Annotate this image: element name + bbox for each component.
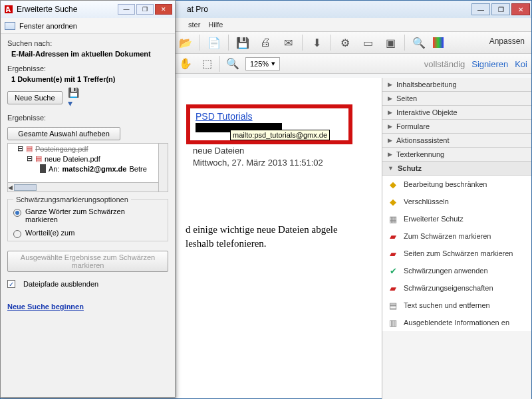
panel-texterkennung[interactable]: ▶Texterkennung <box>382 148 531 162</box>
panel-label: Formulare <box>396 122 430 130</box>
mail-icon[interactable]: ✉ <box>279 34 297 51</box>
results-tree[interactable]: ⊟▤Posteingang.pdf ⊟▤neue Dateien.pdf ✕An… <box>7 143 168 192</box>
zoom-value: 125% <box>250 60 269 68</box>
search-close-button[interactable]: ✕ <box>155 4 172 15</box>
new-search-link[interactable]: Neue Suche beginnen <box>7 303 168 311</box>
panel-formulare[interactable]: ▶Formulare <box>382 120 531 134</box>
mailto-tooltip: mailto:psd_tutorials@gmx.de <box>230 130 330 140</box>
menu-item-hilfe[interactable]: Hilfe <box>208 21 223 29</box>
tree-item[interactable]: ⊟▤neue Dateien.pdf <box>8 154 168 164</box>
search-query: E-Mail-Adressen im aktuellen Dokument <box>11 50 168 58</box>
panel-inhalt[interactable]: ▶Inhaltsbearbeitung <box>382 78 531 92</box>
panel-label: Texterkennung <box>396 150 444 158</box>
item-anwenden[interactable]: ✔Schwärzungen anwenden <box>382 262 531 279</box>
panel-schutz[interactable]: ▼Schutz <box>382 162 531 176</box>
item-verschluesseln[interactable]: ◆Verschlüsseln <box>382 193 531 210</box>
panel-aktionen[interactable]: ▶Aktionsassistent <box>382 134 531 148</box>
acrobat-icon <box>3 4 14 15</box>
tab-signieren[interactable]: Signieren <box>471 59 508 69</box>
radio-label: Ganze Wörter zum Schwärzen markieren <box>25 207 138 223</box>
item-ausgeblendet[interactable]: ▥Ausgeblendete Informationen en <box>382 314 531 331</box>
tools-panel: ▶Inhaltsbearbeitung ▶Seiten ▶Interaktive… <box>382 78 531 399</box>
save-icon[interactable]: 💾 <box>234 34 251 51</box>
chevron-right-icon: ▶ <box>388 151 392 158</box>
chevron-right-icon: ▶ <box>388 81 392 88</box>
chevron-right-icon: ▶ <box>388 109 392 116</box>
print-icon[interactable]: 🖨 <box>257 34 274 51</box>
ergebnisse-label-2: Ergebnisse: <box>7 114 168 122</box>
select-icon[interactable]: ⬚ <box>198 55 215 72</box>
page-icon[interactable]: ▭ <box>359 34 376 51</box>
doc-date: Mittwoch, 27. März 2013 11:51:02 <box>193 158 323 168</box>
item-label: Ausgeblendete Informationen en <box>404 319 509 327</box>
panel-seiten[interactable]: ▶Seiten <box>382 92 531 106</box>
group-title: Schwärzungsmarkierungsoptionen <box>13 196 131 203</box>
panel-label: Seiten <box>396 94 417 102</box>
radio-wortteile[interactable]: Wortteil(e) zum <box>13 229 162 238</box>
chevron-right-icon: ▶ <box>388 95 392 102</box>
search-titlebar[interactable]: Erweiterte Suche — ❐ ✕ <box>1 1 175 18</box>
customize-menu[interactable]: Anpassen <box>489 37 525 46</box>
ergebnisse-label: Ergebnisse: <box>7 65 168 72</box>
redact-page-icon: ▰ <box>388 248 398 259</box>
zoom-combo[interactable]: 125%▾ <box>245 57 280 70</box>
app-title-suffix: at Pro <box>187 5 208 14</box>
document-view[interactable]: PSD Tutorials mailto:psd_tutorials@gmx.d… <box>177 78 383 398</box>
main-maximize-button[interactable]: ❐ <box>491 3 510 15</box>
redaction-options-group: Schwärzungsmarkierungsoptionen Ganze Wör… <box>7 199 168 241</box>
tree-item[interactable]: ⊟▤Posteingang.pdf <box>8 144 168 154</box>
doc-body: d einige wichtige neue Dateien abgele le… <box>186 223 385 251</box>
search-maximize-button[interactable]: ❐ <box>136 4 154 15</box>
arrange-windows-row[interactable]: Fenster anordnen <box>1 18 175 34</box>
hit-suffix: Betre <box>129 165 146 173</box>
hide-paths-check[interactable]: ✓ Dateipfade ausblenden <box>7 280 168 288</box>
arrange-icon <box>5 22 15 30</box>
hidden-info-icon: ▥ <box>388 317 398 328</box>
schutz-subpanel: ◆Bearbeitung beschränken ◆Verschlüsseln … <box>382 176 531 331</box>
deselect-all-button[interactable]: Gesamte Auswahl aufheben <box>7 127 120 140</box>
menu-item-ster[interactable]: ster <box>188 21 200 29</box>
tree-hit[interactable]: ✕An: matschi2@gmx.de Betre <box>8 164 168 174</box>
item-erweiterter-schutz[interactable]: ▦Erweiterter Schutz <box>382 210 531 227</box>
checkbox-icon[interactable]: ✕ <box>40 164 46 173</box>
item-bearbeitung[interactable]: ◆Bearbeitung beschränken <box>382 176 531 193</box>
open-icon[interactable]: 📂 <box>177 34 194 51</box>
sender-link[interactable]: PSD Tutorials <box>196 111 253 122</box>
main-close-button[interactable]: ✕ <box>511 3 530 15</box>
item-label: Erweiterter Schutz <box>404 215 464 223</box>
hand-icon[interactable]: ✋ <box>177 55 194 72</box>
item-schwaerz-eig[interactable]: ▰Schwärzungseigenschaften <box>382 279 531 297</box>
export-icon[interactable]: ⬇ <box>308 34 325 51</box>
main-minimize-button[interactable]: — <box>471 3 490 15</box>
tree-vscrollbar[interactable] <box>158 144 168 192</box>
item-text-suchen[interactable]: ▤Text suchen und entfernen <box>382 297 531 314</box>
highlighted-region: PSD Tutorials mailto:psd_tutorials@gmx.d… <box>186 104 352 144</box>
create-icon[interactable]: 📄 <box>205 34 223 51</box>
item-zum-schwaerzen[interactable]: ▰Zum Schwärzen markieren <box>382 227 531 245</box>
save-results-icon[interactable]: 💾▾ <box>68 92 80 104</box>
check-label: Dateipfade ausblenden <box>23 280 98 288</box>
item-label: Text suchen und entfernen <box>404 301 490 309</box>
neue-suche-button[interactable]: Neue Suche <box>7 91 63 104</box>
panel-label: Inhaltsbearbeitung <box>396 80 457 88</box>
search-minimize-button[interactable]: — <box>118 4 135 15</box>
zoom-icon[interactable]: 🔍 <box>224 55 241 72</box>
settings-icon[interactable]: ⚙ <box>336 34 354 51</box>
body-line: leshalb telefonieren. <box>186 238 267 249</box>
color-icon[interactable] <box>433 37 444 48</box>
tab-kommentar[interactable]: Koi <box>515 59 527 69</box>
panel-interaktiv[interactable]: ▶Interaktive Objekte <box>382 106 531 120</box>
radio-label: Wortteil(e) zum <box>25 229 74 237</box>
radio-icon <box>13 209 21 217</box>
combine-icon[interactable]: ▣ <box>382 34 399 51</box>
doc-subject: neue Dateien <box>193 146 244 156</box>
scroll-thumb[interactable] <box>14 184 37 191</box>
find-icon[interactable]: 🔍 <box>410 34 428 51</box>
tab-vollstaendig[interactable]: vollständig <box>424 59 465 69</box>
tree-hscrollbar[interactable]: ◀ <box>8 182 158 192</box>
search-body: Suchen nach: E-Mail-Adressen im aktuelle… <box>1 34 175 397</box>
item-seiten-schwaerzen[interactable]: ▰Seiten zum Schwärzen markieren <box>382 245 531 262</box>
suchen-nach-label: Suchen nach: <box>7 39 168 47</box>
radio-ganze-woerter[interactable]: Ganze Wörter zum Schwärzen markieren <box>13 207 162 223</box>
search-title-text: Erweiterte Suche <box>17 5 77 14</box>
